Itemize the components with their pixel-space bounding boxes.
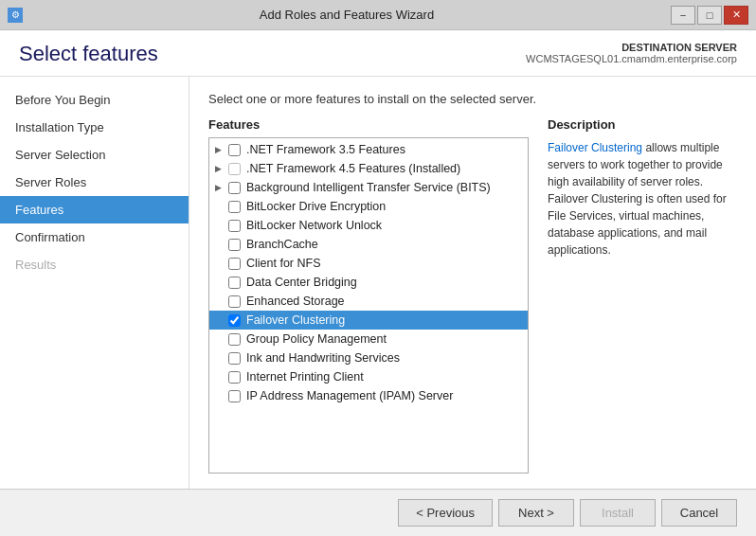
next-button[interactable]: Next >	[498, 499, 574, 527]
checkbox-bitlocker-network[interactable]	[228, 220, 241, 232]
expand-arrow-bits: ▶	[215, 183, 228, 192]
expand-arrow-net35: ▶	[215, 145, 228, 154]
expand-arrow-enhanced-storage	[215, 296, 228, 306]
window-controls: − □ ✕	[671, 6, 748, 25]
title-bar: ⚙ Add Roles and Features Wizard − □ ✕	[0, 0, 756, 30]
window-title: Add Roles and Features Wizard	[23, 8, 671, 22]
feature-branchcache[interactable]: BranchCache	[209, 235, 528, 254]
sidebar-item-features[interactable]: Features	[0, 196, 189, 223]
feature-label-internet-printing: Internet Printing Client	[246, 370, 522, 384]
server-name: WCMSTAGESQL01.cmamdm.enterprise.corp	[526, 53, 737, 64]
feature-enhanced-storage[interactable]: Enhanced Storage	[209, 292, 528, 311]
body-area: Before You Begin Installation Type Serve…	[0, 77, 756, 489]
feature-label-branchcache: BranchCache	[246, 238, 522, 251]
feature-bitlocker-network[interactable]: BitLocker Network Unlock	[209, 216, 528, 235]
feature-label-bits: Background Intelligent Transfer Service …	[246, 181, 522, 194]
expand-arrow-failover-clustering	[215, 315, 228, 325]
sidebar: Before You Begin Installation Type Serve…	[0, 77, 189, 489]
feature-label-dcb: Data Center Bridging	[246, 276, 522, 289]
feature-label-enhanced-storage: Enhanced Storage	[246, 295, 522, 308]
app-icon: ⚙	[8, 8, 23, 23]
sidebar-item-before-you-begin[interactable]: Before You Begin	[0, 86, 189, 114]
expand-arrow-internet-printing	[215, 372, 228, 382]
page-title: Select features	[19, 42, 158, 66]
feature-label-failover-clustering: Failover Clustering	[246, 313, 522, 327]
sidebar-item-server-selection[interactable]: Server Selection	[0, 141, 189, 169]
feature-failover-clustering[interactable]: Failover Clustering	[209, 311, 528, 330]
checkbox-failover-clustering[interactable]	[228, 314, 241, 327]
checkbox-internet-printing[interactable]	[228, 371, 241, 384]
content-columns: Features ▶ .NET Framework 3.5 Features	[208, 117, 737, 473]
destination-info: DESTINATION SERVER WCMSTAGESQL01.cmamdm.…	[526, 42, 737, 64]
sidebar-item-server-roles[interactable]: Server Roles	[0, 169, 189, 196]
feature-label-bitlocker-network: BitLocker Network Unlock	[246, 219, 522, 232]
checkbox-net45[interactable]	[228, 163, 241, 175]
checkbox-net35[interactable]	[228, 144, 241, 156]
features-label: Features	[208, 117, 529, 132]
header-area: Select features DESTINATION SERVER WCMST…	[0, 30, 756, 77]
destination-label: DESTINATION SERVER	[526, 42, 737, 53]
expand-arrow-bitlocker-network	[215, 221, 228, 230]
close-button[interactable]: ✕	[724, 6, 748, 25]
features-list[interactable]: ▶ .NET Framework 3.5 Features ▶ .NET Fra…	[209, 138, 528, 473]
cancel-button[interactable]: Cancel	[661, 499, 737, 527]
feature-label-net45: .NET Framework 4.5 Features (Installed)	[246, 162, 522, 175]
feature-label-client-nfs: Client for NFS	[246, 257, 522, 270]
expand-arrow-group-policy	[215, 334, 228, 344]
content-area: Select one or more features to install o…	[189, 77, 756, 489]
checkbox-ink-handwriting[interactable]	[228, 352, 241, 365]
feature-label-net35: .NET Framework 3.5 Features	[246, 143, 522, 156]
checkbox-client-nfs[interactable]	[228, 258, 241, 270]
feature-label-bitlocker-drive: BitLocker Drive Encryption	[246, 200, 522, 213]
feature-label-ink-handwriting: Ink and Handwriting Services	[246, 351, 522, 365]
expand-arrow-bitlocker-drive	[215, 202, 228, 211]
checkbox-enhanced-storage[interactable]	[228, 295, 241, 308]
sidebar-item-results: Results	[0, 251, 189, 278]
feature-bitlocker-drive[interactable]: BitLocker Drive Encryption	[209, 197, 528, 216]
feature-net45[interactable]: ▶ .NET Framework 4.5 Features (Installed…	[209, 159, 528, 178]
expand-arrow-ink-handwriting	[215, 353, 228, 363]
main-container: Select features DESTINATION SERVER WCMST…	[0, 30, 756, 536]
description-link[interactable]: Failover Clustering	[548, 141, 642, 154]
feature-label-ipam: IP Address Management (IPAM) Server	[246, 389, 522, 402]
minimize-button[interactable]: −	[671, 6, 695, 25]
sidebar-item-installation-type[interactable]: Installation Type	[0, 114, 189, 141]
checkbox-group-policy[interactable]	[228, 333, 241, 346]
feature-net35[interactable]: ▶ .NET Framework 3.5 Features	[209, 140, 528, 159]
features-list-container: ▶ .NET Framework 3.5 Features ▶ .NET Fra…	[208, 137, 529, 473]
feature-dcb[interactable]: Data Center Bridging	[209, 273, 528, 292]
expand-arrow-branchcache	[215, 240, 228, 249]
maximize-button[interactable]: □	[697, 6, 722, 25]
checkbox-bits[interactable]	[228, 182, 241, 194]
features-panel: Features ▶ .NET Framework 3.5 Features	[208, 117, 529, 473]
feature-label-group-policy: Group Policy Management	[246, 332, 522, 346]
horizontal-scrollbar[interactable]: ◀ ▶	[209, 473, 528, 473]
previous-button[interactable]: < Previous	[398, 499, 493, 527]
expand-arrow-net45: ▶	[215, 164, 228, 173]
description-text: Failover Clustering allows multiple serv…	[548, 139, 737, 259]
expand-arrow-dcb	[215, 277, 228, 287]
description-label: Description	[548, 117, 737, 132]
feature-ink-handwriting[interactable]: Ink and Handwriting Services	[209, 348, 528, 367]
checkbox-dcb[interactable]	[228, 277, 241, 289]
checkbox-branchcache[interactable]	[228, 239, 241, 251]
feature-client-nfs[interactable]: Client for NFS	[209, 254, 528, 273]
feature-bits[interactable]: ▶ Background Intelligent Transfer Servic…	[209, 178, 528, 197]
feature-ipam[interactable]: IP Address Management (IPAM) Server	[209, 386, 528, 405]
checkbox-bitlocker-drive[interactable]	[228, 201, 241, 213]
footer: < Previous Next > Install Cancel	[0, 489, 756, 536]
content-description: Select one or more features to install o…	[208, 92, 737, 106]
checkbox-ipam[interactable]	[228, 390, 241, 402]
sidebar-item-confirmation[interactable]: Confirmation	[0, 223, 189, 251]
description-panel: Description Failover Clustering allows m…	[548, 117, 737, 473]
install-button[interactable]: Install	[580, 499, 656, 527]
feature-group-policy[interactable]: Group Policy Management	[209, 330, 528, 348]
expand-arrow-client-nfs	[215, 259, 228, 268]
expand-arrow-ipam	[215, 391, 228, 401]
description-body: allows multiple servers to work together…	[548, 141, 727, 257]
feature-internet-printing[interactable]: Internet Printing Client	[209, 367, 528, 386]
